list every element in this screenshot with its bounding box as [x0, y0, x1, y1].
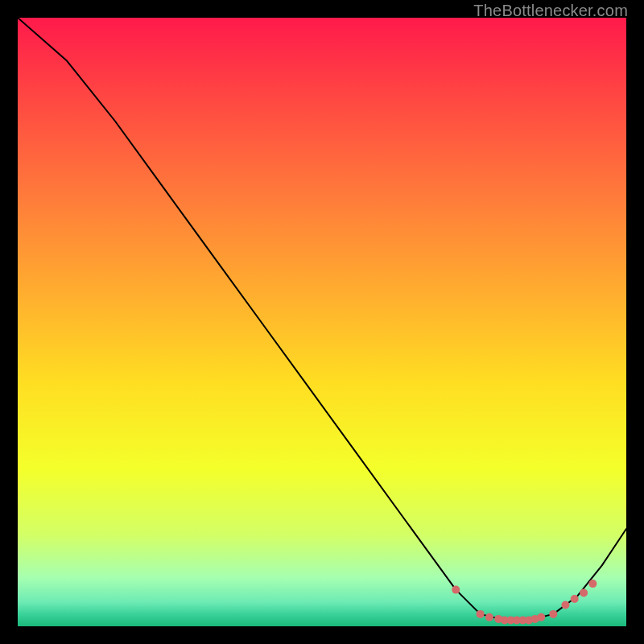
chart-frame: TheBottlenecker.com: [0, 0, 644, 644]
chart-plot-area: [18, 18, 626, 626]
marker-dot: [580, 588, 588, 597]
marker-dot: [452, 586, 460, 594]
chart-svg: [18, 18, 626, 626]
marker-dot: [537, 613, 545, 621]
watermark-text: TheBottlenecker.com: [473, 2, 628, 20]
marker-dot: [571, 595, 579, 603]
marker-dot: [588, 580, 597, 588]
chart-background-gradient: [18, 18, 626, 626]
marker-dot: [561, 601, 569, 609]
marker-dot: [485, 613, 493, 621]
marker-dot: [549, 610, 557, 618]
marker-dot: [477, 610, 485, 618]
